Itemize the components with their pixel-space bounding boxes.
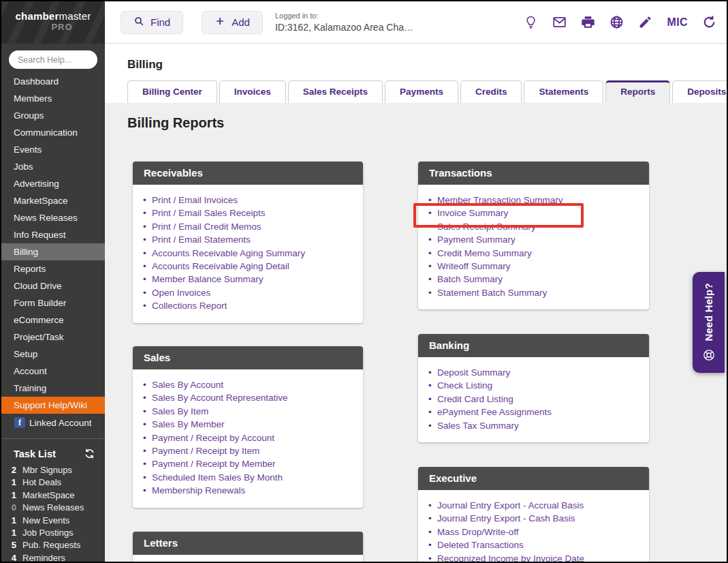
sidebar-item[interactable]: News Releases: [1, 209, 105, 226]
tab[interactable]: Sales Receipts: [288, 80, 383, 103]
logged-in-label: Logged in to:: [275, 11, 413, 20]
sidebar-item[interactable]: eCommerce: [1, 311, 105, 329]
task-list-item[interactable]: 1 Hot Deals: [1, 476, 105, 489]
sidebar-item[interactable]: Members: [1, 90, 105, 107]
tab[interactable]: Invoices: [219, 80, 286, 103]
report-link-label: Credit Memo Summary: [437, 248, 532, 258]
report-link[interactable]: Open Invoices: [152, 286, 352, 299]
sidebar-item[interactable]: Groups: [1, 107, 105, 124]
report-link[interactable]: Print / Email Sales Receipts: [152, 207, 352, 219]
task-label: Hot Deals: [22, 476, 61, 489]
report-link[interactable]: Scheduled Item Sales By Month: [152, 471, 352, 484]
report-link[interactable]: Print / Email Statements: [152, 233, 352, 246]
tab[interactable]: Billing Center: [127, 80, 217, 103]
report-link[interactable]: Accounts Receivable Aging Summary: [152, 247, 352, 260]
tab[interactable]: Credits: [460, 80, 522, 103]
report-link[interactable]: Invoice Summary: [437, 207, 638, 219]
report-link[interactable]: Accounts Receivable Aging Detail: [152, 260, 352, 273]
report-link[interactable]: Collections Report: [152, 299, 352, 312]
sidebar-item[interactable]: Dashboard: [1, 73, 105, 90]
report-link[interactable]: Sales By Member: [152, 418, 352, 431]
task-list-item[interactable]: 5 Pub. Requests: [1, 539, 105, 551]
task-list-item[interactable]: 1 Job Postings: [1, 527, 105, 539]
tab[interactable]: Deposits: [672, 80, 728, 103]
task-label: Mbr Signups: [22, 464, 72, 476]
mic-button[interactable]: MIC: [667, 16, 688, 29]
search-help-input[interactable]: [9, 50, 97, 69]
report-link[interactable]: Sales Tax Summary: [437, 419, 638, 432]
sidebar-item[interactable]: Account: [1, 363, 105, 380]
add-button[interactable]: Add: [202, 11, 263, 34]
report-link[interactable]: Sales By Account: [152, 378, 352, 391]
sidebar-item[interactable]: Training: [1, 380, 105, 397]
sidebar-item[interactable]: Cloud Drive: [1, 277, 105, 294]
task-list-item[interactable]: 1 New Events: [1, 515, 105, 527]
report-link[interactable]: Membership Renewals: [152, 484, 352, 497]
task-count: 2: [1, 464, 16, 476]
report-link-label: Statement Batch Summary: [437, 288, 547, 298]
report-link[interactable]: Deposit Summary: [437, 366, 638, 379]
report-link[interactable]: Writeoff Summary: [437, 260, 638, 273]
pencil-icon[interactable]: [638, 15, 652, 29]
report-link[interactable]: Payment Summary: [437, 233, 638, 246]
report-link[interactable]: Mass Drop/Write-off: [437, 526, 638, 538]
report-link[interactable]: Journal Entry Export - Cash Basis: [437, 512, 638, 525]
sidebar-item[interactable]: Support Help/Wiki: [1, 397, 105, 414]
sidebar-item[interactable]: Advertising: [1, 175, 105, 192]
sidebar-item[interactable]: Setup: [1, 346, 105, 363]
report-link-list: [133, 555, 363, 563]
sidebar-item[interactable]: MarketSpace: [1, 192, 105, 209]
refresh-tasks-icon[interactable]: [84, 448, 95, 459]
report-link[interactable]: Statement Batch Summary: [437, 286, 638, 299]
printer-icon[interactable]: [581, 15, 595, 29]
linked-account-label: Linked Account: [29, 414, 92, 431]
report-link[interactable]: Sales By Account Representative: [152, 391, 352, 404]
report-link[interactable]: Print / Email Credit Memos: [152, 220, 352, 233]
need-help-tab[interactable]: Need Help?: [693, 272, 725, 373]
report-link[interactable]: Print / Email Invoices: [152, 194, 352, 207]
report-link[interactable]: Payment / Receipt by Account: [152, 431, 352, 444]
task-list-item[interactable]: 0 News Releases: [1, 502, 105, 514]
sidebar-item[interactable]: Form Builder: [1, 294, 105, 311]
report-link-label: Batch Summary: [437, 274, 503, 284]
sidebar: chambermaster PRO DashboardMembersGroups…: [1, 1, 105, 562]
report-link[interactable]: Deleted Transactions: [437, 538, 638, 551]
globe-icon[interactable]: [610, 15, 624, 29]
tab[interactable]: Statements: [524, 80, 603, 103]
report-link-label: Deposit Summary: [437, 367, 510, 378]
lightbulb-icon[interactable]: [524, 15, 538, 29]
report-link[interactable]: Sales By Item: [152, 405, 352, 418]
task-list-item[interactable]: 4 Reminders: [1, 552, 105, 562]
tab[interactable]: Reports: [605, 80, 670, 103]
report-link[interactable]: Credit Memo Summary: [437, 247, 638, 260]
report-link[interactable]: Credit Card Listing: [437, 393, 638, 406]
report-link[interactable]: Batch Summary: [437, 273, 638, 286]
report-link[interactable]: Member Balance Summary: [152, 273, 352, 286]
sidebar-item[interactable]: Events: [1, 141, 105, 158]
report-link[interactable]: Payment / Receipt by Item: [152, 444, 352, 457]
sidebar-item[interactable]: Billing: [1, 243, 105, 260]
sidebar-item[interactable]: Info Request: [1, 226, 105, 243]
sidebar-item[interactable]: Jobs: [1, 158, 105, 175]
report-link[interactable]: Journal Entry Export - Accrual Basis: [437, 499, 638, 512]
refresh-icon[interactable]: [702, 15, 716, 29]
find-button[interactable]: Find: [121, 11, 183, 34]
billing-tabs: Billing CenterInvoicesSales ReceiptsPaym…: [127, 80, 728, 103]
task-list-item[interactable]: 1 MarketSpace: [1, 489, 105, 502]
report-link[interactable]: Member Transaction Summary: [437, 194, 638, 207]
sidebar-item-linked-account[interactable]: f Linked Account: [1, 414, 105, 431]
report-link-list: Print / Email InvoicesPrint / Email Sale…: [133, 185, 363, 323]
report-link[interactable]: Sales Receipt Summary: [437, 220, 638, 233]
task-label: Pub. Requests: [22, 539, 80, 551]
report-link[interactable]: Check Listing: [437, 379, 638, 392]
mail-icon[interactable]: [552, 15, 567, 29]
tab[interactable]: Payments: [385, 80, 458, 103]
sidebar-item[interactable]: Reports: [1, 260, 105, 277]
report-link[interactable]: Payment / Receipt by Member: [152, 457, 352, 470]
task-list-item[interactable]: 2 Mbr Signups: [1, 464, 105, 476]
sidebar-item[interactable]: Communication: [1, 124, 105, 141]
report-link[interactable]: Recognized Income by Invoice Date: [437, 552, 638, 563]
sidebar-item[interactable]: Project/Task: [1, 329, 105, 346]
report-link[interactable]: ePayment Fee Assignments: [437, 406, 638, 419]
report-link-label: Print / Email Credit Memos: [152, 222, 262, 232]
